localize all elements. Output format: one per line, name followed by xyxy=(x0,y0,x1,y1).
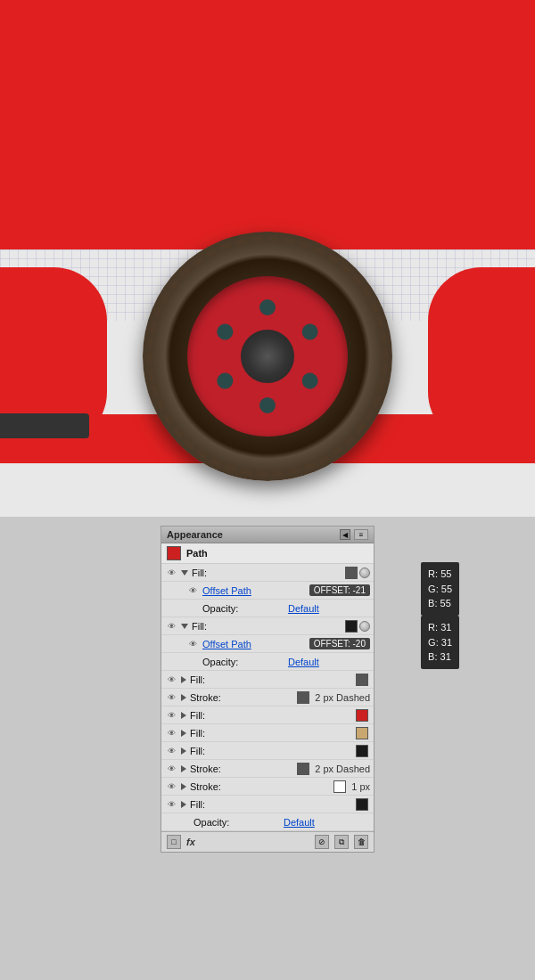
opacity-row-2: Opacity: Default xyxy=(161,653,374,671)
tooltip-g2: G: 31 xyxy=(428,637,452,648)
stroke-label-2: Stroke: xyxy=(190,764,295,774)
wheel-container xyxy=(143,232,392,481)
fill-row-2: 👁 Fill: R: 31 G: 31 B: 31 xyxy=(161,617,374,635)
opacity-value-2[interactable]: Default xyxy=(288,657,370,667)
fill-row-4: 👁 Fill: xyxy=(161,706,374,724)
offset-path-row-2: 👁 Offset Path OFFSET: -20 xyxy=(161,635,374,653)
fill-row-1: 👁 Fill: R: 55 G: 55 B: 55 xyxy=(161,564,374,582)
visibility-icon-9[interactable]: 👁 xyxy=(165,711,177,720)
fill-row-5: 👁 Fill: xyxy=(161,724,374,742)
panel-controls: ◀ ≡ xyxy=(340,529,368,540)
stroke-value-1: 2 px Dashed xyxy=(315,692,370,703)
fill-label-1: Fill: xyxy=(192,568,343,578)
wheel-hub xyxy=(241,330,294,383)
offset-path-label-2[interactable]: Offset Path xyxy=(202,639,306,649)
tooltip-rgb-31: R: 31 G: 31 B: 31 xyxy=(421,616,459,669)
offset-path-label-1[interactable]: Offset Path xyxy=(202,585,306,596)
opacity-value-last[interactable]: Default xyxy=(284,817,370,828)
trash-btn[interactable]: 🗑 xyxy=(354,835,368,849)
canvas-area xyxy=(0,0,535,517)
opacity-row-1: Opacity: Default xyxy=(161,600,374,617)
stroke-value-3: 1 px xyxy=(351,781,370,792)
panel-title: Appearance xyxy=(167,529,223,540)
fill-label-2: Fill: xyxy=(192,621,343,632)
tooltip-b2: B: 31 xyxy=(428,651,451,662)
path-label: Path xyxy=(186,548,208,559)
offset-badge-1: OFFSET: -21 xyxy=(309,584,370,596)
visibility-icon-7[interactable]: 👁 xyxy=(165,675,177,684)
visibility-icon-1[interactable]: 👁 xyxy=(165,568,177,577)
lug-bolt-5 xyxy=(214,370,236,392)
opacity-label-2: Opacity: xyxy=(202,657,284,667)
collapse-triangle-5[interactable] xyxy=(181,712,186,719)
collapse-triangle-4[interactable] xyxy=(181,694,186,701)
fill-circle-btn-1[interactable] xyxy=(359,568,370,578)
lug-bolt-3 xyxy=(299,370,321,392)
lug-bolt-2 xyxy=(299,321,321,343)
fill-swatch-5[interactable] xyxy=(356,727,368,739)
stroke-label-3: Stroke: xyxy=(190,781,332,792)
fill-swatch-7[interactable] xyxy=(356,798,368,811)
fill-swatch-4[interactable] xyxy=(356,709,368,722)
collapse-triangle-9[interactable] xyxy=(181,783,186,790)
stroke-swatch-3[interactable] xyxy=(333,780,346,793)
visibility-icon-2[interactable]: 👁 xyxy=(186,586,199,595)
visibility-icon-14[interactable]: 👁 xyxy=(165,800,177,809)
panel-titlebar: Appearance ◀ ≡ xyxy=(161,527,374,543)
offset-path-row-1: 👁 Offset Path OFFSET: -21 xyxy=(161,582,374,600)
opacity-row-last: Opacity: Default xyxy=(161,813,374,831)
opacity-value-1[interactable]: Default xyxy=(288,603,370,614)
fill-row-7: 👁 Fill: xyxy=(161,796,374,813)
path-row: Path xyxy=(161,543,374,564)
fill-label-7: Fill: xyxy=(190,799,354,810)
collapse-triangle-10[interactable] xyxy=(181,801,186,808)
appearance-panel: Appearance ◀ ≡ Path 👁 Fill: R: 55 G: 55 … xyxy=(160,526,374,853)
fill-swatch-1[interactable] xyxy=(345,567,358,579)
stroke-row-3: 👁 Stroke: 1 px xyxy=(161,778,374,796)
tooltip-r1: R: 55 xyxy=(428,568,451,579)
panel-menu-btn[interactable]: ≡ xyxy=(354,529,368,540)
collapse-triangle-7[interactable] xyxy=(181,747,186,755)
visibility-icon-13[interactable]: 👁 xyxy=(165,782,177,791)
no-circle-btn[interactable]: ⊘ xyxy=(315,835,329,849)
visibility-icon-4[interactable]: 👁 xyxy=(165,622,177,631)
wheel-rim xyxy=(187,276,348,437)
expand-triangle-2[interactable] xyxy=(181,624,188,629)
visibility-icon-10[interactable]: 👁 xyxy=(165,729,177,738)
fill-swatch-2[interactable] xyxy=(345,620,358,633)
tooltip-g1: G: 55 xyxy=(428,584,452,594)
visibility-icon-11[interactable]: 👁 xyxy=(165,747,177,755)
tooltip-b1: B: 55 xyxy=(428,598,451,608)
car-body-top xyxy=(0,0,535,249)
fx-button[interactable]: fx xyxy=(186,837,195,847)
collapse-triangle-8[interactable] xyxy=(181,765,186,772)
lug-bolt-6 xyxy=(214,321,236,343)
fill-label-3: Fill: xyxy=(190,674,354,685)
fill-label-4: Fill: xyxy=(190,710,354,721)
tooltip-rgb-55: R: 55 G: 55 B: 55 xyxy=(421,562,459,616)
path-color-swatch xyxy=(167,546,181,560)
offset-badge-2: OFFSET: -20 xyxy=(309,638,370,649)
visibility-icon-8[interactable]: 👁 xyxy=(165,693,177,702)
visibility-icon-12[interactable]: 👁 xyxy=(165,764,177,773)
stroke-swatch-1[interactable] xyxy=(297,691,309,704)
visibility-icon-5[interactable]: 👁 xyxy=(186,640,199,649)
fill-swatch-3[interactable] xyxy=(356,674,368,686)
copy-btn[interactable]: ⧉ xyxy=(334,835,349,849)
fill-circle-btn-2[interactable] xyxy=(359,621,370,632)
expand-triangle-1[interactable] xyxy=(181,570,188,576)
exhaust-pipe xyxy=(0,413,89,438)
opacity-label-1: Opacity: xyxy=(202,603,284,614)
car-scene xyxy=(0,0,535,517)
stroke-row-2: 👁 Stroke: 2 px Dashed xyxy=(161,760,374,778)
wheel-tire xyxy=(143,232,392,481)
fill-row-3: 👁 Fill: xyxy=(161,671,374,689)
collapse-triangle-6[interactable] xyxy=(181,730,186,737)
fill-label-5: Fill: xyxy=(190,728,354,739)
fill-row-6: 👁 Fill: xyxy=(161,742,374,760)
fill-swatch-6[interactable] xyxy=(356,745,368,757)
stroke-swatch-2[interactable] xyxy=(297,763,309,775)
collapse-triangle-3[interactable] xyxy=(181,676,186,683)
panel-collapse-btn[interactable]: ◀ xyxy=(340,529,350,540)
new-layer-btn[interactable]: □ xyxy=(167,835,181,849)
